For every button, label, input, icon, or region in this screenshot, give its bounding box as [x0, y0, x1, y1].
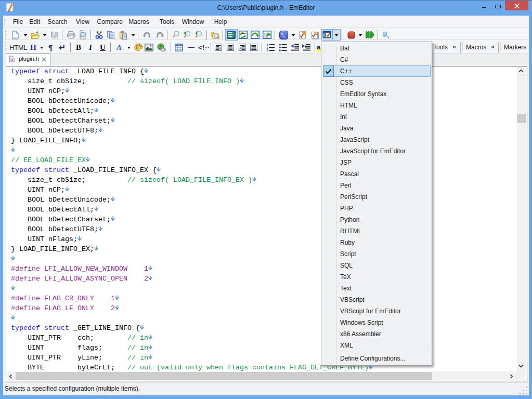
svg-text:c: c [283, 34, 286, 39]
svg-text:h: h [10, 57, 13, 62]
svg-text:3: 3 [266, 49, 268, 51]
